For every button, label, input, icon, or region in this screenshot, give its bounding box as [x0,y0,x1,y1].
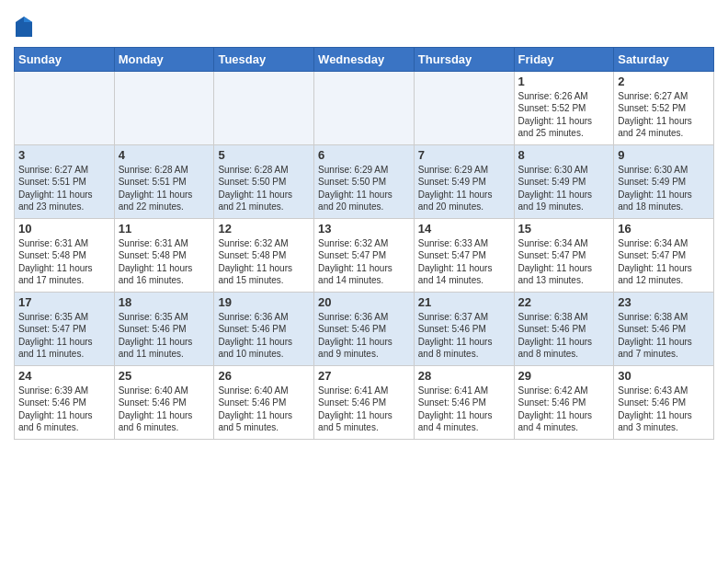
day-info: Sunrise: 6:33 AM Sunset: 5:47 PM Dayligh… [418,237,510,287]
day-info: Sunrise: 6:26 AM Sunset: 5:52 PM Dayligh… [518,90,610,140]
calendar-cell: 8Sunrise: 6:30 AM Sunset: 5:49 PM Daylig… [514,144,614,218]
logo [14,17,32,41]
day-info: Sunrise: 6:42 AM Sunset: 5:46 PM Dayligh… [518,385,610,434]
calendar-cell: 29Sunrise: 6:42 AM Sunset: 5:46 PM Dayli… [514,365,614,439]
day-number: 30 [618,369,710,383]
day-info: Sunrise: 6:30 AM Sunset: 5:49 PM Dayligh… [618,164,710,213]
day-info: Sunrise: 6:37 AM Sunset: 5:46 PM Dayligh… [418,311,510,361]
calendar-cell: 17Sunrise: 6:35 AM Sunset: 5:47 PM Dayli… [15,292,115,365]
day-number: 19 [218,295,310,309]
calendar-cell: 2Sunrise: 6:27 AM Sunset: 5:52 PM Daylig… [614,71,714,144]
calendar-cell: 21Sunrise: 6:37 AM Sunset: 5:46 PM Dayli… [414,292,514,365]
calendar-cell: 7Sunrise: 6:29 AM Sunset: 5:49 PM Daylig… [414,144,514,218]
day-number: 20 [318,295,410,309]
calendar-week-row: 10Sunrise: 6:31 AM Sunset: 5:48 PM Dayli… [15,218,714,292]
calendar-cell [414,71,514,144]
day-number: 27 [318,369,410,383]
calendar-cell [314,71,415,144]
calendar-header-row: SundayMondayTuesdayWednesdayThursdayFrid… [15,47,714,71]
column-header-thursday: Thursday [414,47,514,71]
day-number: 16 [618,222,710,236]
calendar-cell: 30Sunrise: 6:43 AM Sunset: 5:46 PM Dayli… [614,365,714,439]
day-info: Sunrise: 6:40 AM Sunset: 5:46 PM Dayligh… [218,385,310,434]
calendar-cell: 22Sunrise: 6:38 AM Sunset: 5:46 PM Dayli… [514,292,614,365]
day-number: 22 [518,295,610,309]
day-info: Sunrise: 6:30 AM Sunset: 5:49 PM Dayligh… [518,164,610,213]
calendar-cell: 11Sunrise: 6:31 AM Sunset: 5:48 PM Dayli… [114,218,214,292]
day-number: 25 [119,369,210,383]
column-header-monday: Monday [114,47,214,71]
calendar-cell [114,71,214,144]
day-number: 15 [518,222,610,236]
calendar-week-row: 3Sunrise: 6:27 AM Sunset: 5:51 PM Daylig… [15,144,714,218]
column-header-tuesday: Tuesday [214,47,314,71]
column-header-wednesday: Wednesday [314,47,415,71]
calendar-cell: 28Sunrise: 6:41 AM Sunset: 5:46 PM Dayli… [414,365,514,439]
calendar-week-row: 1Sunrise: 6:26 AM Sunset: 5:52 PM Daylig… [15,71,714,144]
day-number: 21 [418,295,510,309]
day-info: Sunrise: 6:41 AM Sunset: 5:46 PM Dayligh… [418,385,510,434]
calendar-cell: 25Sunrise: 6:40 AM Sunset: 5:46 PM Dayli… [114,365,214,439]
day-number: 2 [618,75,710,88]
day-info: Sunrise: 6:40 AM Sunset: 5:46 PM Dayligh… [119,385,210,434]
calendar-cell: 12Sunrise: 6:32 AM Sunset: 5:48 PM Dayli… [214,218,314,292]
day-number: 26 [218,369,310,383]
day-number: 11 [119,222,210,236]
calendar-cell: 4Sunrise: 6:28 AM Sunset: 5:51 PM Daylig… [114,144,214,218]
calendar-cell: 3Sunrise: 6:27 AM Sunset: 5:51 PM Daylig… [15,144,115,218]
calendar-cell: 18Sunrise: 6:35 AM Sunset: 5:46 PM Dayli… [114,292,214,365]
day-info: Sunrise: 6:36 AM Sunset: 5:46 PM Dayligh… [218,311,310,361]
day-info: Sunrise: 6:39 AM Sunset: 5:46 PM Dayligh… [18,385,110,434]
day-info: Sunrise: 6:38 AM Sunset: 5:46 PM Dayligh… [618,311,710,361]
day-info: Sunrise: 6:41 AM Sunset: 5:46 PM Dayligh… [318,385,410,434]
day-info: Sunrise: 6:36 AM Sunset: 5:46 PM Dayligh… [318,311,410,361]
calendar-cell [214,71,314,144]
day-info: Sunrise: 6:28 AM Sunset: 5:50 PM Dayligh… [218,164,310,213]
day-info: Sunrise: 6:35 AM Sunset: 5:47 PM Dayligh… [18,311,110,361]
column-header-saturday: Saturday [614,47,714,71]
day-info: Sunrise: 6:38 AM Sunset: 5:46 PM Dayligh… [518,311,610,361]
day-number: 18 [119,295,210,309]
calendar-week-row: 24Sunrise: 6:39 AM Sunset: 5:46 PM Dayli… [15,365,714,439]
day-number: 14 [418,222,510,236]
calendar-cell: 15Sunrise: 6:34 AM Sunset: 5:47 PM Dayli… [514,218,614,292]
day-info: Sunrise: 6:31 AM Sunset: 5:48 PM Dayligh… [18,237,110,287]
day-number: 9 [618,148,710,162]
day-info: Sunrise: 6:28 AM Sunset: 5:51 PM Dayligh… [119,164,210,213]
calendar-week-row: 17Sunrise: 6:35 AM Sunset: 5:47 PM Dayli… [15,292,714,365]
day-number: 3 [18,148,110,162]
day-number: 17 [18,295,110,309]
day-number: 10 [18,222,110,236]
day-info: Sunrise: 6:35 AM Sunset: 5:46 PM Dayligh… [119,311,210,361]
day-info: Sunrise: 6:34 AM Sunset: 5:47 PM Dayligh… [518,237,610,287]
day-number: 12 [218,222,310,236]
calendar-cell: 14Sunrise: 6:33 AM Sunset: 5:47 PM Dayli… [414,218,514,292]
calendar-cell: 23Sunrise: 6:38 AM Sunset: 5:46 PM Dayli… [614,292,714,365]
calendar-cell: 27Sunrise: 6:41 AM Sunset: 5:46 PM Dayli… [314,365,415,439]
day-info: Sunrise: 6:43 AM Sunset: 5:46 PM Dayligh… [618,385,710,434]
svg-marker-1 [24,17,32,22]
day-info: Sunrise: 6:32 AM Sunset: 5:48 PM Dayligh… [218,237,310,287]
page-header [14,9,714,41]
calendar-cell: 13Sunrise: 6:32 AM Sunset: 5:47 PM Dayli… [314,218,415,292]
column-header-sunday: Sunday [15,47,115,71]
day-info: Sunrise: 6:27 AM Sunset: 5:52 PM Dayligh… [618,90,710,140]
calendar-cell: 26Sunrise: 6:40 AM Sunset: 5:46 PM Dayli… [214,365,314,439]
day-info: Sunrise: 6:34 AM Sunset: 5:47 PM Dayligh… [618,237,710,287]
calendar-cell: 9Sunrise: 6:30 AM Sunset: 5:49 PM Daylig… [614,144,714,218]
calendar-cell: 16Sunrise: 6:34 AM Sunset: 5:47 PM Dayli… [614,218,714,292]
day-number: 6 [318,148,410,162]
calendar-cell: 6Sunrise: 6:29 AM Sunset: 5:50 PM Daylig… [314,144,415,218]
day-info: Sunrise: 6:32 AM Sunset: 5:47 PM Dayligh… [318,237,410,287]
day-info: Sunrise: 6:29 AM Sunset: 5:50 PM Dayligh… [318,164,410,213]
calendar-cell: 19Sunrise: 6:36 AM Sunset: 5:46 PM Dayli… [214,292,314,365]
calendar-table: SundayMondayTuesdayWednesdayThursdayFrid… [14,47,714,440]
calendar-cell: 10Sunrise: 6:31 AM Sunset: 5:48 PM Dayli… [15,218,115,292]
day-number: 13 [318,222,410,236]
day-number: 7 [418,148,510,162]
day-info: Sunrise: 6:31 AM Sunset: 5:48 PM Dayligh… [119,237,210,287]
calendar-cell: 20Sunrise: 6:36 AM Sunset: 5:46 PM Dayli… [314,292,415,365]
day-number: 29 [518,369,610,383]
logo-icon [16,17,32,37]
calendar-cell: 24Sunrise: 6:39 AM Sunset: 5:46 PM Dayli… [15,365,115,439]
